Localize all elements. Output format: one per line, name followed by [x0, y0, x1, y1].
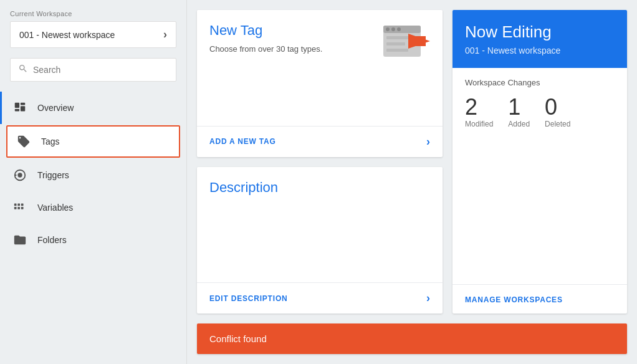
description-footer-label: EDIT DESCRIPTION: [209, 294, 287, 303]
sidebar: Current Workspace 001 - Newest workspace…: [0, 0, 187, 364]
svg-point-17: [397, 27, 401, 31]
sidebar-item-folders[interactable]: Folders: [0, 224, 186, 256]
search-box[interactable]: [10, 58, 176, 82]
sidebar-item-folders-label: Folders: [37, 235, 67, 245]
conflict-banner[interactable]: Conflict found: [197, 323, 627, 354]
description-footer-chevron: ›: [426, 292, 430, 305]
new-tag-card-title: New Tag: [209, 22, 322, 39]
svg-rect-3: [21, 106, 25, 111]
svg-rect-2: [15, 109, 19, 112]
variables-icon: [12, 200, 27, 215]
new-tag-footer-chevron: ›: [426, 135, 430, 148]
triggers-icon: [12, 168, 27, 183]
sidebar-item-tags-label: Tags: [41, 136, 60, 146]
search-icon: [18, 64, 28, 76]
manage-workspaces-label: MANAGE WORKSPACES: [465, 295, 563, 304]
search-input[interactable]: [33, 65, 168, 75]
new-tag-illustration: [380, 22, 430, 60]
change-deleted: 0 Deleted: [545, 96, 570, 128]
changes-numbers: 2 Modified 1 Added 0 Deleted: [465, 96, 615, 128]
new-tag-card-body: New Tag Choose from over 30 tag types.: [197, 10, 443, 126]
svg-rect-19: [386, 42, 405, 46]
change-modified: 2 Modified: [465, 96, 493, 128]
svg-rect-8: [14, 207, 17, 209]
svg-rect-0: [15, 103, 19, 108]
svg-rect-22: [408, 36, 426, 46]
change-added-number: 1: [508, 96, 530, 118]
svg-rect-9: [17, 204, 20, 206]
new-tag-footer-label: ADD A NEW TAG: [209, 137, 276, 146]
new-tag-card: New Tag Choose from over 30 tag types.: [197, 10, 443, 157]
workspace-selector-name: 001 - Newest workspace: [19, 30, 115, 40]
change-added: 1 Added: [508, 96, 530, 128]
new-tag-card-text: New Tag Choose from over 30 tag types.: [209, 22, 322, 55]
sidebar-item-variables[interactable]: Variables: [0, 191, 186, 224]
description-card: Description EDIT DESCRIPTION ›: [197, 167, 443, 314]
svg-rect-12: [21, 207, 24, 209]
description-card-title: Description: [209, 180, 278, 196]
svg-point-15: [386, 27, 390, 31]
workspace-chevron-icon: ›: [163, 28, 167, 41]
sidebar-item-overview-label: Overview: [37, 103, 74, 113]
sidebar-item-triggers-label: Triggers: [37, 170, 69, 180]
now-editing-title: Now Editing: [465, 22, 615, 42]
svg-point-16: [391, 27, 395, 31]
main-content: New Tag Choose from over 30 tag types.: [187, 0, 637, 364]
workspace-changes: Workspace Changes 2 Modified 1 Added 0 D: [453, 68, 627, 284]
sidebar-item-overview[interactable]: Overview: [0, 92, 186, 124]
new-tag-card-footer[interactable]: ADD A NEW TAG ›: [197, 126, 443, 157]
now-editing-card: Now Editing 001 - Newest workspace Works…: [453, 10, 627, 314]
current-workspace-label: Current Workspace: [0, 10, 186, 21]
now-editing-header: Now Editing 001 - Newest workspace: [453, 10, 627, 68]
change-modified-number: 2: [465, 96, 493, 118]
svg-rect-10: [17, 207, 20, 209]
svg-rect-18: [386, 36, 411, 39]
overview-icon: [12, 100, 27, 115]
tags-icon: [16, 134, 31, 149]
conflict-banner-text: Conflict found: [209, 333, 267, 344]
cards-row: New Tag Choose from over 30 tag types.: [197, 10, 627, 314]
now-editing-workspace: 001 - Newest workspace: [465, 46, 615, 55]
svg-rect-1: [21, 103, 25, 105]
description-card-body: Description: [197, 167, 443, 283]
change-modified-label: Modified: [465, 120, 493, 128]
change-deleted-label: Deleted: [545, 120, 570, 128]
svg-point-5: [17, 173, 22, 177]
description-card-footer[interactable]: EDIT DESCRIPTION ›: [197, 282, 443, 314]
sidebar-item-tags[interactable]: Tags: [6, 125, 180, 158]
svg-rect-20: [386, 49, 408, 52]
svg-rect-7: [14, 204, 17, 206]
sidebar-item-triggers[interactable]: Triggers: [0, 159, 186, 191]
workspace-selector[interactable]: 001 - Newest workspace ›: [10, 21, 176, 48]
manage-workspaces[interactable]: MANAGE WORKSPACES: [453, 284, 627, 314]
new-tag-card-subtitle: Choose from over 30 tag types.: [209, 44, 322, 55]
workspace-changes-title: Workspace Changes: [465, 78, 615, 87]
sidebar-item-variables-label: Variables: [37, 203, 73, 213]
svg-rect-11: [21, 204, 24, 206]
change-deleted-number: 0: [545, 96, 570, 118]
folders-icon: [12, 232, 27, 247]
change-added-label: Added: [508, 120, 530, 128]
